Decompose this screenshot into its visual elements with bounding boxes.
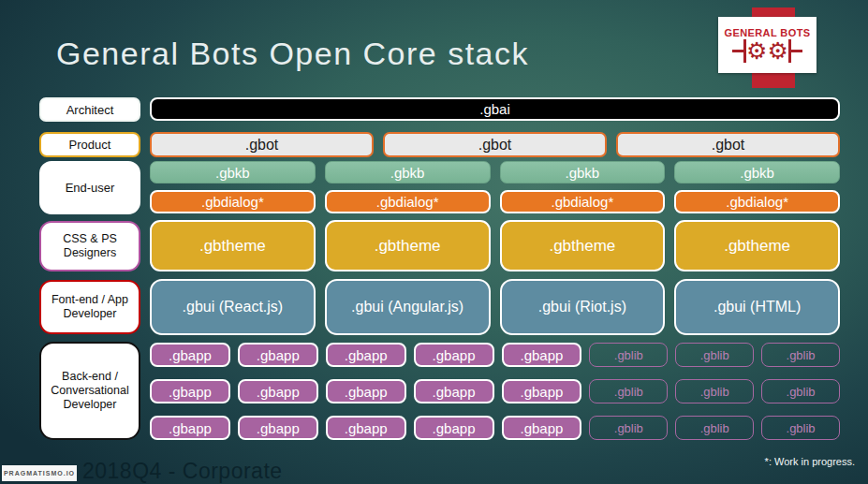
gbot-box: .gbot xyxy=(150,132,374,157)
role-label-text: Architect xyxy=(66,103,114,117)
gbapp-box: .gbapp xyxy=(150,416,230,440)
gbkb-box: .gbkb xyxy=(674,161,840,183)
work-in-progress-note: *: Work in progress. xyxy=(765,456,855,467)
role-label-line: Font-end / App xyxy=(51,293,128,307)
gblib-box: .gblib xyxy=(589,379,668,403)
gbapp-box: .gbapp xyxy=(502,343,582,367)
role-label-text: Product xyxy=(69,138,111,152)
gbtheme-box: .gbtheme xyxy=(500,220,666,271)
page-title: General Bots Open Core stack xyxy=(56,36,529,72)
role-label-line: Developer xyxy=(64,307,117,321)
gbapp-box: .gbapp xyxy=(238,343,318,367)
role-label-backend-developer: Back-end / Conversational Developer xyxy=(39,342,140,440)
role-label-line: Back-end / xyxy=(62,370,118,384)
gbkb-box: .gbkb xyxy=(150,161,316,183)
role-label-frontend-developer: Font-end / App Developer xyxy=(39,280,140,334)
role-label-line: Conversational xyxy=(51,384,128,398)
gbapp-box: .gbapp xyxy=(150,343,230,367)
row-gbtheme: .gbtheme .gbtheme .gbtheme .gbtheme xyxy=(150,220,840,271)
role-label-product: Product xyxy=(39,132,140,157)
gbdialog-box: .gbdialog* xyxy=(325,190,491,213)
gblib-box: .gblib xyxy=(589,343,668,367)
gbapp-box: .gbapp xyxy=(414,416,494,440)
gblib-box: .gblib xyxy=(761,343,840,367)
gbapp-box: .gbapp xyxy=(326,379,406,403)
gear-icon: ⚙ xyxy=(746,39,767,63)
gears-icon: ⚙ ⚙ xyxy=(743,39,791,63)
role-label-text: End-user xyxy=(66,181,115,195)
gbkb-box: .gbkb xyxy=(325,161,491,183)
role-label-line: CSS & PS xyxy=(63,232,117,246)
row-gbui: .gbui (React.js) .gbui (Angular.js) .gbu… xyxy=(150,279,840,335)
gbtheme-box: .gbtheme xyxy=(150,220,316,271)
gbtheme-box: .gbtheme xyxy=(325,220,491,271)
gblib-box: .gblib xyxy=(675,343,754,367)
gbot-box: .gbot xyxy=(616,132,840,157)
gbui-angular-box: .gbui (Angular.js) xyxy=(325,279,491,335)
gbapp-box: .gbapp xyxy=(414,343,494,367)
role-label-line: Developer xyxy=(64,398,117,412)
gbapp-box: .gbapp xyxy=(326,343,406,367)
gbapp-box: .gbapp xyxy=(150,379,230,403)
slide: General Bots Open Core stack GENERAL BOT… xyxy=(0,0,868,484)
gbdialog-box: .gbdialog* xyxy=(674,190,840,213)
role-label-designers: CSS & PS Designers xyxy=(39,221,140,271)
gbdialog-box: .gbdialog* xyxy=(500,190,666,213)
gear-tick-right xyxy=(788,39,791,63)
gbapp-box: .gbapp xyxy=(238,379,318,403)
gbui-riot-box: .gbui (Riot.js) xyxy=(500,279,666,335)
gblib-box: .gblib xyxy=(675,379,754,403)
row-gbkb: .gbkb .gbkb .gbkb .gbkb xyxy=(150,161,840,183)
gbapp-box: .gbapp xyxy=(502,416,582,440)
gbapp-box: .gbapp xyxy=(238,416,318,440)
gbai-box: .gbai xyxy=(150,97,840,121)
role-label-line: Designers xyxy=(64,246,116,260)
gbapp-box: .gbapp xyxy=(414,379,494,403)
row-gbot: .gbot .gbot .gbot xyxy=(150,132,840,157)
row-backend-3: .gbapp .gbapp .gbapp .gbapp .gbapp .gbli… xyxy=(150,416,840,440)
gbapp-box: .gbapp xyxy=(326,416,406,440)
gbui-html-box: .gbui (HTML) xyxy=(674,279,840,335)
gbui-react-box: .gbui (React.js) xyxy=(150,279,316,335)
gear-tick-left xyxy=(743,39,746,63)
role-label-architect: Architect xyxy=(39,97,140,122)
gbdialog-box: .gbdialog* xyxy=(150,190,316,213)
row-gbai: .gbai xyxy=(150,97,840,121)
gblib-box: .gblib xyxy=(761,416,840,440)
footer-caption: 2018Q4 - Corporate xyxy=(82,459,283,484)
row-backend-2: .gbapp .gbapp .gbapp .gbapp .gbapp .gbli… xyxy=(150,379,840,403)
pragmatismo-watermark: PRAGMATISMO.IO xyxy=(2,465,77,481)
row-backend-1: .gbapp .gbapp .gbapp .gbapp .gbapp .gbli… xyxy=(150,343,840,367)
gbot-box: .gbot xyxy=(383,132,607,157)
gbkb-box: .gbkb xyxy=(500,161,666,183)
gblib-box: .gblib xyxy=(589,416,668,440)
general-bots-logo: GENERAL BOTS ⚙ ⚙ xyxy=(718,17,817,73)
gblib-box: .gblib xyxy=(675,416,754,440)
gbtheme-box: .gbtheme xyxy=(674,220,840,271)
gear-icon: ⚙ xyxy=(768,39,788,63)
gbapp-box: .gbapp xyxy=(502,379,582,403)
gblib-box: .gblib xyxy=(761,379,840,403)
role-label-end-user: End-user xyxy=(39,161,140,214)
row-gbdialog: .gbdialog* .gbdialog* .gbdialog* .gbdial… xyxy=(150,190,840,213)
